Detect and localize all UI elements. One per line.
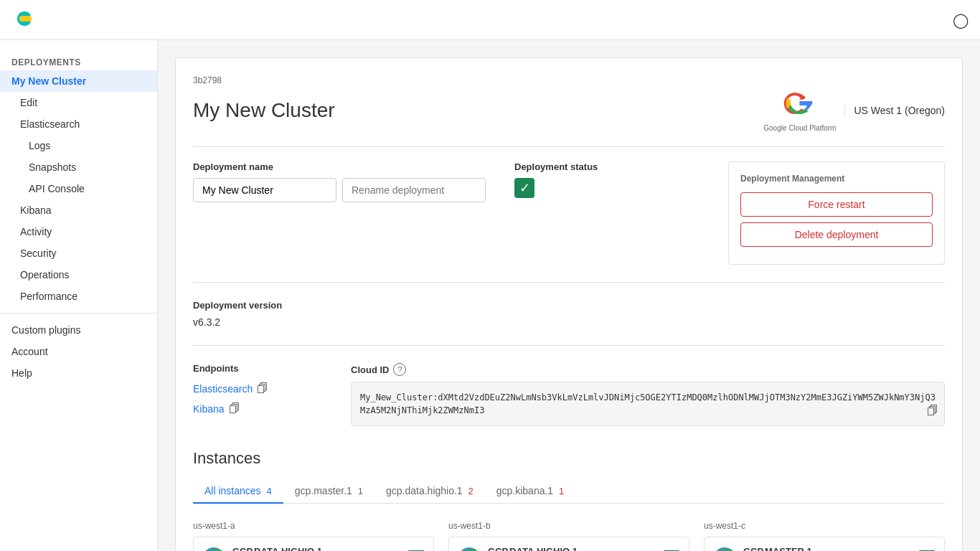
cluster-id: 3b2798 — [193, 75, 945, 85]
sidebar-item-activity[interactable]: Activity — [0, 221, 157, 242]
rename-deployment-input[interactable] — [342, 178, 486, 202]
top-nav: ◯ — [0, 0, 980, 40]
deployment-name-input[interactable] — [193, 178, 336, 202]
sidebar-item-snapshots[interactable]: Snapshots — [0, 156, 157, 178]
endpoints-row: Endpoints Elasticsearch 🗍 Kibana 🗍 Cloud… — [193, 363, 945, 426]
tab-all-instances[interactable]: All instances 4 — [193, 479, 283, 504]
deployment-name-label: Deployment name — [193, 161, 486, 172]
instance-icon-1: E — [458, 547, 481, 552]
cloud-id-group: Cloud ID ? My_New_Cluster:dXMtd2VzdDEuZ2… — [351, 363, 945, 426]
cloud-id-value: My_New_Cluster:dXMtd2VzdDEuZ2NwLmNsb3VkL… — [360, 392, 936, 415]
instance-info-0: GCP.DATA.HIGHIO.1 Instance #0 v6.3.2 4 G… — [232, 546, 400, 551]
tab-gcp-data-highio-1[interactable]: gcp.data.highio.1 2 — [374, 479, 485, 504]
endpoints-group: Endpoints Elasticsearch 🗍 Kibana 🗍 — [193, 363, 322, 423]
elasticsearch-endpoint-link[interactable]: Elasticsearch 🗍 — [193, 382, 322, 395]
zone-label-c: us-west1-c — [704, 521, 945, 531]
sidebar-item-my-new-cluster[interactable]: My New Cluster — [0, 70, 157, 92]
sidebar-item-operations[interactable]: Operations — [0, 264, 157, 286]
cluster-title: My New Cluster — [193, 99, 335, 122]
instances-title: Instances — [193, 449, 945, 468]
instance-info-2: GCP.MASTER.1 Tiebreaker #2 v6.3.2 — [743, 546, 911, 551]
kibana-endpoint-label: Kibana — [193, 403, 225, 415]
instance-name-1: GCP.DATA.HIGHIO.1 — [488, 546, 656, 551]
kibana-copy-icon[interactable]: 🗍 — [229, 402, 240, 415]
tab-gcp-master-label: gcp.master.1 — [295, 485, 352, 496]
deployment-status-group: Deployment status ✓ — [514, 161, 598, 198]
tab-gcp-kibana-label: gcp.kibana.1 — [496, 485, 553, 496]
instances-section: Instances All instances 4 gcp.master.1 1… — [193, 449, 945, 551]
sidebar-item-security[interactable]: Security — [0, 242, 157, 264]
sidebar-item-elasticsearch[interactable]: Elasticsearch — [0, 113, 157, 135]
tab-gcp-master-count: 1 — [358, 486, 363, 496]
delete-deployment-button[interactable]: Delete deployment — [740, 222, 933, 247]
deployment-version-value: v6.3.2 — [193, 316, 945, 328]
cloud-id-copy-icon[interactable]: 🗍 — [927, 402, 938, 420]
endpoints-label: Endpoints — [193, 363, 322, 374]
sidebar: Deployments My New Cluster Edit Elastics… — [0, 40, 158, 551]
deployments-section-label: Deployments — [0, 52, 157, 70]
instance-name-0: GCP.DATA.HIGHIO.1 — [232, 546, 400, 551]
zone-us-west1-a: us-west1-a E GCP.DATA.HIGHIO.1 Instance … — [193, 521, 434, 551]
cloud-id-label: Cloud ID — [351, 364, 389, 375]
instances-tabs: All instances 4 gcp.master.1 1 gcp.data.… — [193, 479, 945, 504]
elasticsearch-copy-icon[interactable]: 🗍 — [257, 382, 268, 395]
deployment-status-label: Deployment status — [514, 161, 598, 172]
tab-gcp-master-1[interactable]: gcp.master.1 1 — [283, 479, 374, 504]
zone-us-west1-b: us-west1-b E GCP.DATA.HIGHIO.1 Instance … — [448, 521, 689, 551]
tab-all-count: 4 — [266, 486, 271, 496]
main-content: 3b2798 My New Cluster Google C — [158, 40, 980, 551]
cloud-label: Google Cloud Platform — [763, 124, 836, 132]
sidebar-item-logs[interactable]: Logs — [0, 135, 157, 156]
instance-info-1: GCP.DATA.HIGHIO.1 Instance #1 v6.3.2 4 G… — [488, 546, 656, 551]
deployment-version-label: Deployment version — [193, 300, 945, 311]
sidebar-item-edit[interactable]: Edit — [0, 92, 157, 113]
cloud-id-help-icon[interactable]: ? — [393, 363, 406, 376]
sidebar-item-performance[interactable]: Performance — [0, 286, 157, 307]
instance-icon-0: E — [202, 547, 225, 552]
instance-card-1: E GCP.DATA.HIGHIO.1 Instance #1 v6.3.2 4… — [448, 537, 689, 551]
sidebar-item-help[interactable]: Help — [0, 362, 157, 384]
tab-gcp-kibana-1[interactable]: gcp.kibana.1 1 — [485, 479, 576, 504]
kibana-endpoint-link[interactable]: Kibana 🗍 — [193, 402, 322, 415]
user-icon[interactable]: ◯ — [953, 11, 969, 29]
region-text: US West 1 (Oregon) — [844, 105, 945, 116]
tab-gcp-kibana-count: 1 — [559, 486, 564, 496]
cluster-card: 3b2798 My New Cluster Google C — [175, 57, 963, 551]
gcp-logo: Google Cloud Platform — [763, 88, 836, 132]
force-restart-button[interactable]: Force restart — [740, 192, 933, 217]
deployment-version-section: Deployment version v6.3.2 — [193, 300, 945, 346]
logo[interactable] — [11, 6, 37, 34]
sidebar-item-kibana[interactable]: Kibana — [0, 199, 157, 221]
zone-label-a: us-west1-a — [193, 521, 434, 531]
sidebar-item-account[interactable]: Account — [0, 341, 157, 362]
instances-grid: us-west1-a E GCP.DATA.HIGHIO.1 Instance … — [193, 521, 945, 551]
instance-icon-2: E — [713, 547, 736, 552]
deployment-status-indicator: ✓ — [514, 178, 534, 198]
tab-gcp-data-label: gcp.data.highio.1 — [386, 485, 463, 496]
zone-us-west1-c: us-west1-c E GCP.MASTER.1 Tiebreaker #2 … — [704, 521, 945, 551]
instance-card-0: E GCP.DATA.HIGHIO.1 Instance #0 v6.3.2 4… — [193, 537, 434, 551]
sidebar-item-api-console[interactable]: API Console — [0, 178, 157, 199]
cloud-id-box: My_New_Cluster:dXMtd2VzdDEuZ2NwLmNsb3VkL… — [351, 382, 945, 426]
sidebar-item-custom-plugins[interactable]: Custom plugins — [0, 319, 157, 341]
elasticsearch-endpoint-label: Elasticsearch — [193, 383, 253, 395]
management-title: Deployment Management — [740, 174, 933, 184]
deployment-name-group: Deployment name — [193, 161, 486, 202]
deployment-management-box: Deployment Management Force restart Dele… — [728, 161, 945, 265]
cluster-cloud-info: Google Cloud Platform US West 1 (Oregon) — [763, 88, 945, 132]
instance-name-2: GCP.MASTER.1 — [743, 546, 911, 551]
instance-card-2: E GCP.MASTER.1 Tiebreaker #2 v6.3.2 ✓ — [704, 537, 945, 551]
tab-gcp-data-count: 2 — [468, 486, 473, 496]
tab-all-label: All instances — [204, 485, 261, 496]
zone-label-b: us-west1-b — [448, 521, 689, 531]
